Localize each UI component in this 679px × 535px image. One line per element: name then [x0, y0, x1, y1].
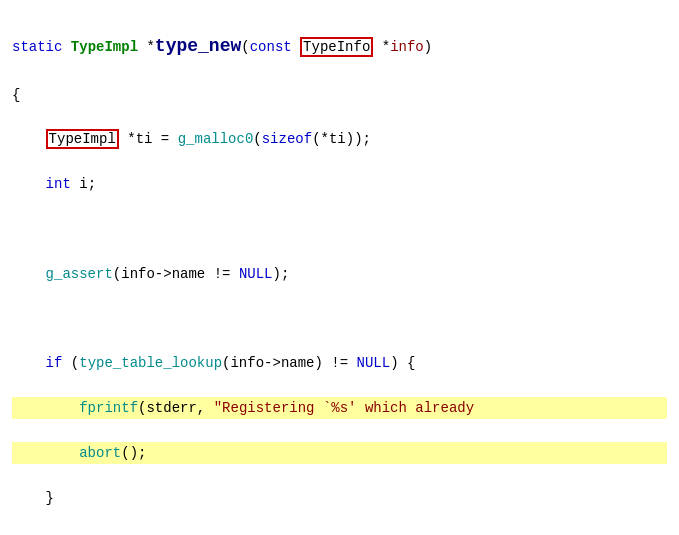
line-9: fprintf(stderr, "Registering `%s' which …	[12, 397, 667, 419]
line-6: g_assert(info->name != NULL);	[12, 263, 667, 285]
line-11: }	[12, 487, 667, 509]
line-7	[12, 307, 667, 329]
code-container: static TypeImpl *type_new(const TypeInfo…	[12, 10, 667, 535]
line-4: int i;	[12, 173, 667, 195]
line-8: if (type_table_lookup(info->name) != NUL…	[12, 352, 667, 374]
line-12	[12, 531, 667, 535]
line-5	[12, 218, 667, 240]
line-2: {	[12, 84, 667, 106]
line-10: abort();	[12, 442, 667, 464]
line-1: static TypeImpl *type_new(const TypeInfo…	[12, 32, 667, 61]
line-3: TypeImpl *ti = g_malloc0(sizeof(*ti));	[12, 128, 667, 150]
